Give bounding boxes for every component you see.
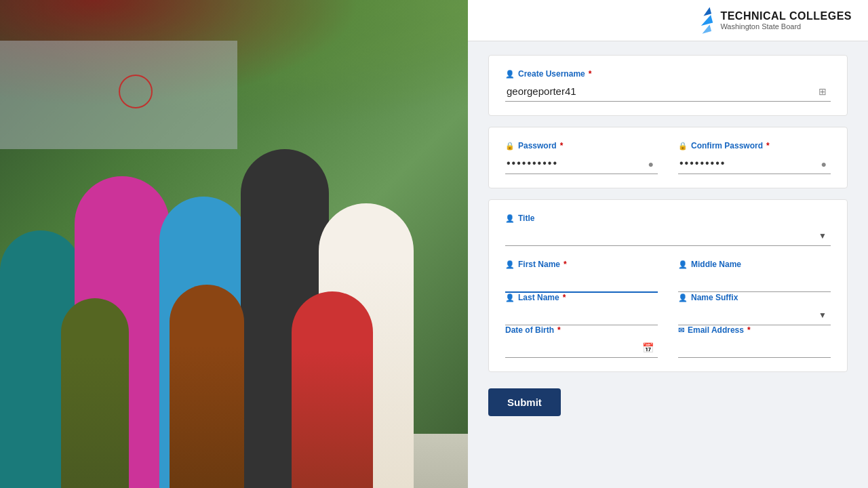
eye-icon-confirm[interactable]: ● bbox=[821, 159, 827, 169]
confirm-password-field-group: 🔒 Confirm Password * ● bbox=[678, 141, 831, 174]
first-name-field-group: 👤 First Name * bbox=[505, 260, 658, 293]
dob-input[interactable] bbox=[505, 338, 658, 358]
first-name-col: 👤 First Name * bbox=[505, 260, 658, 293]
confirm-password-label: 🔒 Confirm Password * bbox=[678, 141, 831, 150]
password-section: 🔒 Password * ● 🔒 Conf bbox=[488, 127, 848, 188]
calendar-icon[interactable]: 📅 bbox=[642, 342, 654, 353]
person-icon-suffix: 👤 bbox=[678, 293, 688, 302]
person-8 bbox=[292, 291, 373, 488]
middle-name-input[interactable] bbox=[678, 272, 831, 292]
dob-input-wrapper: 📅 bbox=[505, 338, 658, 358]
person-icon-title: 👤 bbox=[505, 214, 515, 223]
confirm-password-col: 🔒 Confirm Password * ● bbox=[678, 141, 831, 174]
person-7 bbox=[170, 285, 244, 488]
dob-field-group: Date of Birth * 📅 bbox=[505, 325, 658, 358]
password-col: 🔒 Password * ● bbox=[505, 141, 658, 174]
name-suffix-label: 👤 Name Suffix bbox=[678, 293, 831, 302]
confirm-password-input-wrapper: ● bbox=[678, 153, 831, 174]
person-icon-last: 👤 bbox=[505, 293, 515, 302]
section-divider-1 bbox=[488, 119, 848, 127]
name-suffix-field-group: 👤 Name Suffix Jr Sr II III IV bbox=[678, 293, 831, 325]
password-field-group: 🔒 Password * ● bbox=[505, 141, 658, 174]
name-suffix-col: 👤 Name Suffix Jr Sr II III IV bbox=[678, 293, 831, 325]
email-icon: ✉ bbox=[678, 326, 684, 335]
email-input[interactable] bbox=[678, 338, 831, 358]
title-select[interactable]: Mr Ms Mrs Dr Prof bbox=[505, 226, 831, 246]
personal-section: 👤 Title Mr Ms Mrs Dr Prof ▼ bbox=[488, 199, 848, 372]
password-input[interactable] bbox=[505, 153, 658, 174]
password-input-wrapper: ● bbox=[505, 153, 658, 174]
middle-name-label: 👤 Middle Name bbox=[678, 260, 831, 269]
lock-icon-password: 🔒 bbox=[505, 142, 515, 150]
title-select-wrapper: Mr Ms Mrs Dr Prof ▼ bbox=[505, 226, 831, 246]
dob-email-row: Date of Birth * 📅 ✉ Email Address bbox=[505, 325, 831, 358]
last-name-label: 👤 Last Name * bbox=[505, 293, 658, 302]
arrow-mid bbox=[699, 15, 713, 26]
username-input-wrapper: ⊞ bbox=[505, 81, 831, 102]
last-name-col: 👤 Last Name * bbox=[505, 293, 658, 325]
name-suffix-select-wrapper: Jr Sr II III IV ▼ bbox=[678, 305, 831, 325]
last-name-field-group: 👤 Last Name * bbox=[505, 293, 658, 325]
dob-col: Date of Birth * 📅 bbox=[505, 325, 658, 358]
header: TECHNICAL COLLEGES Washington State Boar… bbox=[468, 0, 868, 41]
username-input[interactable] bbox=[505, 81, 831, 102]
arrow-bot bbox=[701, 24, 711, 33]
dob-label: Date of Birth * bbox=[505, 325, 658, 335]
title-field-group: 👤 Title Mr Ms Mrs Dr Prof ▼ bbox=[505, 214, 831, 246]
person-icon-middle: 👤 bbox=[678, 260, 688, 269]
form-panel: TECHNICAL COLLEGES Washington State Boar… bbox=[468, 0, 868, 488]
logo-text: TECHNICAL COLLEGES Washington State Boar… bbox=[720, 10, 852, 30]
name-row: 👤 First Name * 👤 Middle Name bbox=[505, 260, 831, 293]
confirm-password-input[interactable] bbox=[678, 153, 831, 174]
email-col: ✉ Email Address * bbox=[678, 325, 831, 358]
first-name-input[interactable] bbox=[505, 272, 658, 293]
copy-icon[interactable]: ⊞ bbox=[818, 86, 827, 97]
person-icon: 👤 bbox=[505, 70, 515, 79]
email-field-group: ✉ Email Address * bbox=[678, 325, 831, 358]
annotation-circle bbox=[119, 75, 153, 108]
first-name-label: 👤 First Name * bbox=[505, 260, 658, 269]
last-name-row: 👤 Last Name * 👤 Name Suffix bbox=[505, 293, 831, 325]
logo-arrow-icon bbox=[700, 8, 712, 33]
logo-title: TECHNICAL COLLEGES bbox=[720, 10, 852, 22]
title-label: 👤 Title bbox=[505, 214, 831, 223]
email-label: ✉ Email Address * bbox=[678, 325, 831, 335]
logo-subtitle: Washington State Board bbox=[720, 22, 852, 30]
password-row: 🔒 Password * ● 🔒 Conf bbox=[505, 141, 831, 174]
username-section: 👤 Create Username * ⊞ bbox=[488, 55, 848, 116]
form-content: 👤 Create Username * ⊞ 🔒 Password bbox=[468, 41, 868, 436]
person-icon-first: 👤 bbox=[505, 260, 515, 269]
logo-area: TECHNICAL COLLEGES Washington State Boar… bbox=[700, 8, 852, 33]
last-name-input[interactable] bbox=[505, 305, 658, 325]
person-6 bbox=[61, 298, 129, 488]
middle-name-col: 👤 Middle Name bbox=[678, 260, 831, 293]
username-label: 👤 Create Username * bbox=[505, 69, 831, 79]
name-suffix-select[interactable]: Jr Sr II III IV bbox=[678, 305, 831, 325]
people-group bbox=[0, 0, 468, 488]
username-field-group: 👤 Create Username * ⊞ bbox=[505, 69, 831, 102]
submit-button[interactable]: Submit bbox=[488, 388, 561, 416]
lock-icon-confirm: 🔒 bbox=[678, 142, 688, 150]
middle-name-field-group: 👤 Middle Name bbox=[678, 260, 831, 292]
eye-icon-password[interactable]: ● bbox=[648, 159, 654, 169]
password-label: 🔒 Password * bbox=[505, 141, 658, 150]
photo-panel bbox=[0, 0, 468, 488]
